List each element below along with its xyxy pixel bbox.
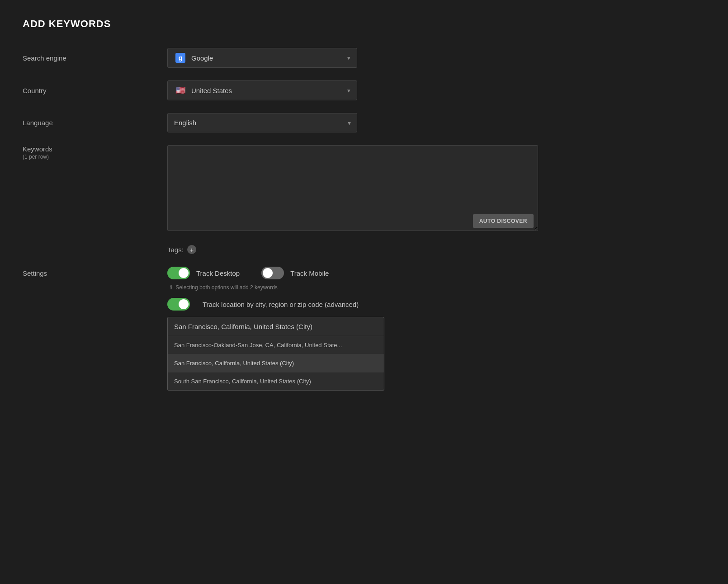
info-icon: ℹ — [170, 284, 172, 291]
google-icon: g — [174, 53, 187, 63]
page-title: ADD KEYWORDS — [23, 18, 705, 30]
textarea-wrap: AUTO DISCOVER — [167, 145, 538, 232]
chevron-down-icon: ▾ — [347, 87, 350, 94]
tags-add-button[interactable]: + — [187, 245, 196, 254]
track-both-note: ℹ Selecting both options will add 2 keyw… — [170, 284, 705, 291]
country-label: Country — [23, 87, 167, 94]
keywords-label: Keywords (1 per row) — [23, 145, 167, 160]
language-select[interactable]: English Spanish French — [167, 113, 357, 132]
language-row: Language English Spanish French — [23, 113, 705, 132]
location-input[interactable] — [167, 317, 384, 336]
auto-discover-button[interactable]: AUTO DISCOVER — [473, 214, 534, 228]
location-dropdown-item[interactable]: San Francisco, California, United States… — [168, 354, 384, 372]
location-dropdown: San Francisco-Oakland-San Jose, CA, Cali… — [167, 336, 384, 391]
location-dropdown-item[interactable]: South San Francisco, California, United … — [168, 372, 384, 390]
country-row: Country 🇺🇸 United States ▾ — [23, 80, 705, 100]
toggle-knob-mobile — [263, 268, 273, 278]
settings-label: Settings — [23, 267, 167, 277]
location-toggle-label: Track location by city, region or zip co… — [203, 301, 359, 308]
track-toggles-row: Track Desktop Track Mobile — [167, 267, 705, 279]
settings-row: Settings Track Desktop Track Mobile ℹ Se… — [23, 267, 705, 336]
search-engine-value: Google — [191, 54, 343, 62]
search-engine-control: g Google ▾ — [167, 48, 538, 68]
language-select-wrapper: English Spanish French — [167, 113, 357, 132]
location-input-wrap: San Francisco-Oakland-San Jose, CA, Cali… — [167, 317, 384, 336]
chevron-down-icon: ▾ — [347, 55, 350, 61]
track-mobile-toggle[interactable] — [261, 267, 284, 279]
country-value: United States — [191, 87, 343, 94]
location-dropdown-item[interactable]: San Francisco-Oakland-San Jose, CA, Cali… — [168, 336, 384, 354]
language-label: Language — [23, 119, 167, 127]
language-control: English Spanish French — [167, 113, 538, 132]
search-engine-select[interactable]: g Google ▾ — [167, 48, 357, 68]
location-toggle[interactable] — [167, 298, 190, 311]
search-engine-label: Search engine — [23, 54, 167, 62]
toggle-knob — [179, 268, 189, 278]
flag-icon: 🇺🇸 — [174, 85, 187, 95]
search-engine-row: Search engine g Google ▾ — [23, 48, 705, 68]
keywords-row: Keywords (1 per row) AUTO DISCOVER — [23, 145, 705, 232]
tags-label: Tags: — [167, 246, 184, 254]
country-select[interactable]: 🇺🇸 United States ▾ — [167, 80, 357, 100]
tags-row: Tags: + — [167, 245, 705, 254]
track-mobile-label: Track Mobile — [290, 269, 329, 277]
settings-controls: Track Desktop Track Mobile ℹ Selecting b… — [167, 267, 705, 336]
country-control: 🇺🇸 United States ▾ — [167, 80, 538, 100]
track-desktop-toggle[interactable] — [167, 267, 190, 279]
toggle-knob-location — [179, 299, 189, 309]
location-toggle-row: Track location by city, region or zip co… — [167, 298, 705, 311]
keywords-control: AUTO DISCOVER — [167, 145, 538, 232]
track-desktop-label: Track Desktop — [196, 269, 240, 277]
